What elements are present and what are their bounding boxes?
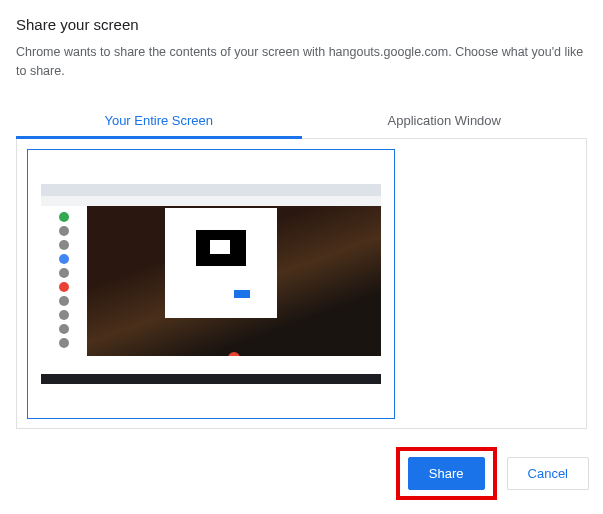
cancel-button[interactable]: Cancel (507, 457, 589, 490)
share-button[interactable]: Share (408, 457, 485, 490)
share-button-highlight: Share (396, 447, 497, 500)
share-screen-dialog: Share your screen Chrome wants to share … (0, 0, 603, 429)
dialog-button-row: Share Cancel (396, 447, 589, 500)
tab-application-window[interactable]: Application Window (302, 103, 588, 138)
tab-entire-screen[interactable]: Your Entire Screen (16, 103, 302, 138)
dialog-title: Share your screen (16, 16, 587, 33)
screen-options-area (16, 139, 587, 429)
screen-thumbnail-option[interactable] (27, 149, 395, 419)
dialog-description: Chrome wants to share the contents of yo… (16, 43, 587, 81)
tabs-container: Your Entire Screen Application Window (16, 103, 587, 139)
screen-thumbnail-preview (41, 184, 381, 384)
